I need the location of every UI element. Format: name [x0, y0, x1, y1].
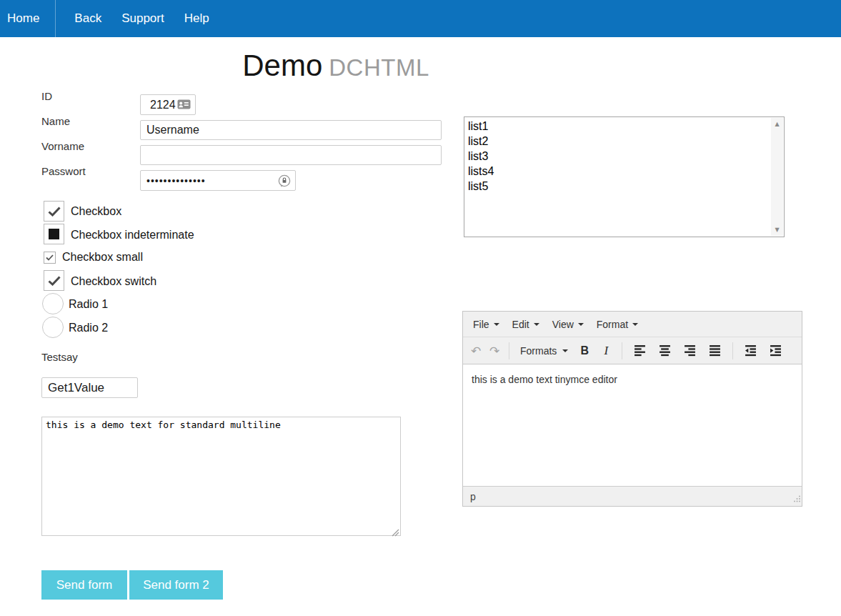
- radio-1[interactable]: [42, 293, 64, 314]
- menu-view-label: View: [552, 319, 574, 330]
- toolbar-separator: [509, 342, 509, 359]
- checkbox[interactable]: [44, 201, 64, 222]
- radio-1-label: Radio 1: [69, 298, 108, 311]
- radio-2-label: Radio 2: [69, 322, 108, 334]
- checkbox-switch-label: Checkbox switch: [71, 275, 156, 288]
- list-item[interactable]: list1: [465, 119, 770, 134]
- name-input[interactable]: [140, 120, 442, 140]
- list-item[interactable]: list2: [465, 134, 770, 149]
- list-item[interactable]: lists4: [465, 164, 770, 179]
- checkbox-small-label: Checkbox small: [62, 251, 143, 264]
- page: Home Back Support Help DemoDCHTML ID Nam…: [0, 0, 841, 616]
- toolbar-separator: [622, 342, 622, 359]
- menu-edit[interactable]: Edit: [506, 314, 546, 335]
- scroll-down-icon[interactable]: ▼: [771, 224, 783, 236]
- id-label: ID: [41, 90, 52, 102]
- italic-button[interactable]: I: [595, 341, 617, 361]
- menu-format[interactable]: Format: [590, 314, 645, 335]
- align-center-icon[interactable]: [652, 341, 677, 361]
- chevron-down-icon: [534, 323, 539, 326]
- formats-dropdown[interactable]: Formats: [514, 345, 574, 357]
- send-form-2-button[interactable]: Send form 2: [129, 570, 223, 600]
- chevron-down-icon: [632, 323, 638, 326]
- menu-format-label: Format: [597, 319, 628, 330]
- checkbox-indeterminate[interactable]: [44, 224, 64, 244]
- radio-2[interactable]: [42, 317, 64, 338]
- menu-file[interactable]: File: [467, 314, 506, 335]
- editor-statusbar: p: [463, 486, 802, 506]
- chevron-down-icon: [494, 323, 499, 326]
- listbox-items: list1 list2 list3 lists4 list5: [465, 119, 770, 236]
- element-path[interactable]: p: [470, 491, 476, 502]
- bold-button[interactable]: B: [574, 341, 595, 361]
- chevron-down-icon: [562, 349, 568, 352]
- checkbox-indeterminate-label: Checkbox indeterminate: [71, 229, 194, 242]
- nav-item-home[interactable]: Home: [0, 0, 56, 37]
- checkbox-small[interactable]: [44, 252, 56, 264]
- tinymce-editor: File Edit View Format ↶ ↷ Formats B I: [462, 311, 802, 507]
- editor-menubar: File Edit View Format: [463, 312, 802, 337]
- toolbar-separator: [732, 342, 733, 359]
- scroll-up-icon[interactable]: ▲: [771, 118, 783, 130]
- nav-item-help[interactable]: Help: [174, 0, 219, 37]
- passwort-input[interactable]: [140, 170, 296, 191]
- name-label: Name: [41, 115, 70, 127]
- align-right-icon[interactable]: [677, 341, 702, 361]
- checkbox-switch[interactable]: [44, 270, 64, 291]
- vorname-input[interactable]: [140, 145, 442, 165]
- check-icon: [46, 254, 54, 261]
- nav-item-support[interactable]: Support: [111, 0, 174, 37]
- check-icon: [48, 207, 61, 217]
- list-item[interactable]: list5: [465, 179, 770, 194]
- check-icon: [48, 276, 61, 286]
- send-form-button[interactable]: Send form: [41, 570, 127, 600]
- testsay-input[interactable]: [41, 377, 138, 398]
- formats-label: Formats: [520, 345, 557, 357]
- align-justify-icon[interactable]: [702, 341, 727, 361]
- listbox-scrollbar[interactable]: ▲ ▼: [771, 118, 783, 236]
- indeterminate-icon: [49, 229, 59, 239]
- textarea-resize-grip[interactable]: [392, 527, 399, 540]
- align-left-icon[interactable]: [627, 341, 652, 361]
- contact-card-icon[interactable]: [177, 99, 191, 109]
- listbox[interactable]: list1 list2 list3 lists4 list5 ▲ ▼: [464, 116, 785, 237]
- indent-icon[interactable]: [763, 341, 788, 361]
- outdent-icon[interactable]: [738, 341, 763, 361]
- menu-edit-label: Edit: [512, 319, 529, 330]
- editor-toolbar: ↶ ↷ Formats B I: [463, 337, 802, 364]
- multiline-textarea[interactable]: this is a demo text for standard multili…: [41, 417, 401, 536]
- page-title-main: Demo: [242, 49, 322, 82]
- redo-icon[interactable]: ↷: [485, 341, 504, 361]
- undo-icon[interactable]: ↶: [467, 341, 485, 361]
- testsay-label: Testsay: [41, 351, 78, 363]
- menu-view[interactable]: View: [546, 314, 590, 335]
- navbar: Home Back Support Help: [0, 0, 841, 37]
- menu-file-label: File: [473, 319, 489, 330]
- page-title-sub: DCHTML: [329, 54, 429, 81]
- page-title: DemoDCHTML: [0, 49, 672, 83]
- editor-resize-grip[interactable]: [793, 493, 800, 505]
- passwort-label: Passwort: [41, 165, 86, 177]
- checkbox-label: Checkbox: [71, 205, 121, 218]
- nav-item-back[interactable]: Back: [64, 0, 111, 37]
- editor-content[interactable]: this is a demo text tinymce editor: [463, 364, 802, 486]
- password-reveal-icon[interactable]: [277, 174, 292, 188]
- chevron-down-icon: [578, 323, 584, 326]
- list-item[interactable]: list3: [465, 149, 770, 164]
- vorname-label: Vorname: [41, 140, 84, 152]
